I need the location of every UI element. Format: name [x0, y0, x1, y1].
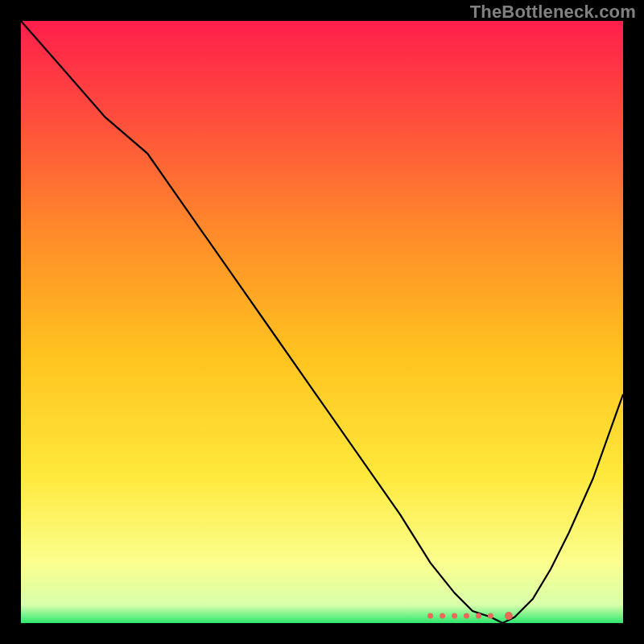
marker-dot [452, 613, 457, 619]
plot-area [21, 21, 623, 623]
chart-svg [21, 21, 623, 623]
marker-dot [505, 612, 513, 620]
marker-dot [427, 613, 433, 619]
marker-dot [464, 613, 469, 619]
marker-dot [440, 613, 445, 619]
chart-frame: TheBottleneck.com [0, 0, 644, 644]
watermark-text: TheBottleneck.com [470, 2, 636, 23]
marker-dot [488, 613, 493, 619]
gradient-background [21, 21, 623, 623]
marker-dot [476, 613, 481, 619]
